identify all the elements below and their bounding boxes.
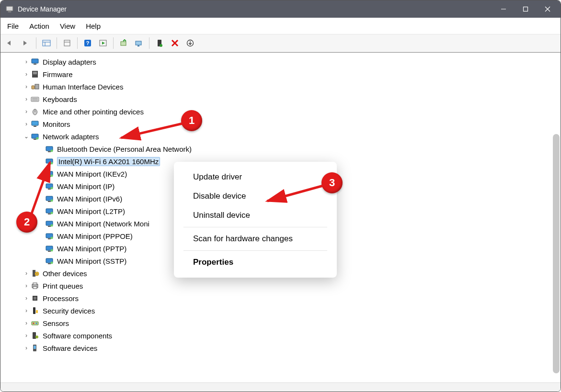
- chevron-down-icon[interactable]: ⌄: [23, 133, 30, 140]
- tree-category[interactable]: ›Human Interface Devices: [5, 80, 556, 93]
- chevron-right-icon[interactable]: ›: [23, 307, 30, 314]
- content-area: ›Display adapters›Firmware›Human Interfa…: [0, 52, 561, 382]
- svg-rect-0: [6, 6, 13, 11]
- tree-category[interactable]: ›Processors: [5, 292, 556, 304]
- chevron-right-icon[interactable]: ›: [23, 295, 30, 302]
- tree-category[interactable]: ›Keyboards: [5, 93, 556, 105]
- svg-rect-51: [48, 201, 51, 202]
- svg-point-19: [160, 44, 162, 47]
- chevron-right-icon[interactable]: ›: [23, 121, 30, 127]
- tree-category-label: Print queues: [43, 282, 83, 290]
- chevron-right-icon[interactable]: ›: [23, 320, 30, 326]
- context-menu-item[interactable]: Uninstall device: [174, 206, 337, 225]
- menu-file[interactable]: File: [7, 22, 19, 30]
- context-menu-item[interactable]: Scan for hardware changes: [174, 229, 337, 248]
- nav-back-button[interactable]: [3, 36, 18, 50]
- chevron-right-icon[interactable]: ›: [23, 332, 30, 339]
- svg-rect-72: [33, 283, 37, 285]
- svg-text:?: ?: [86, 40, 90, 46]
- svg-rect-27: [35, 84, 39, 89]
- chevron-right-icon[interactable]: ›: [23, 108, 30, 115]
- chevron-right-icon[interactable]: ›: [23, 96, 30, 102]
- display-icon: [30, 57, 40, 67]
- tree-category-label: Human Interface Devices: [43, 83, 123, 91]
- context-menu-item[interactable]: Properties: [174, 253, 337, 272]
- menu-help[interactable]: Help: [86, 22, 101, 30]
- tree-item-label: WAN Miniport (IPv6): [57, 195, 122, 203]
- context-menu-separator: [183, 227, 327, 227]
- svg-rect-17: [137, 45, 139, 46]
- uninstall-device-button[interactable]: [168, 36, 182, 50]
- tree-item-label: Intel(R) Wi-Fi 6 AX201 160MHz: [57, 157, 160, 166]
- svg-rect-25: [33, 73, 37, 74]
- tree-category[interactable]: ⌄Network adapters: [5, 130, 556, 143]
- chevron-right-icon[interactable]: ›: [23, 58, 30, 65]
- context-menu-item[interactable]: Update driver: [174, 168, 337, 187]
- svg-point-55: [51, 212, 53, 214]
- tree-category[interactable]: ›Print queues: [5, 280, 556, 292]
- menu-action[interactable]: Action: [29, 22, 49, 30]
- network-icon: [30, 132, 40, 141]
- horizontal-scrollbar[interactable]: [0, 382, 561, 392]
- network-adapter-icon: [45, 144, 54, 154]
- action-button[interactable]: [96, 36, 110, 50]
- titlebar: Device Manager: [0, 0, 561, 18]
- enable-device-button[interactable]: [152, 36, 167, 50]
- svg-point-43: [51, 162, 53, 165]
- menu-view[interactable]: View: [60, 22, 75, 30]
- tree-category[interactable]: ›Mice and other pointing devices: [5, 105, 556, 118]
- tree-category[interactable]: ›Security devices: [5, 304, 556, 317]
- properties-button[interactable]: [60, 36, 74, 50]
- more-button[interactable]: [183, 36, 197, 50]
- close-button[interactable]: [537, 1, 559, 17]
- minimize-button[interactable]: [492, 1, 515, 17]
- tree-category-label: Network adapters: [43, 133, 99, 141]
- tree-category[interactable]: ›Software devices: [5, 342, 556, 354]
- help-button[interactable]: ?: [80, 36, 95, 50]
- chevron-right-icon[interactable]: ›: [23, 345, 30, 351]
- annotation-badge-2: 2: [16, 212, 37, 233]
- nav-forward-button[interactable]: [19, 36, 33, 50]
- network-adapter-icon: [45, 157, 54, 166]
- monitor-icon: [30, 119, 40, 129]
- svg-point-64: [51, 249, 53, 252]
- vertical-scrollbar[interactable]: [553, 134, 560, 373]
- chevron-right-icon[interactable]: ›: [23, 270, 30, 277]
- tree-category[interactable]: ›Sensors: [5, 317, 556, 329]
- svg-point-67: [51, 262, 53, 264]
- printer-icon: [30, 281, 40, 291]
- scan-hardware-button[interactable]: [132, 36, 146, 50]
- svg-rect-81: [33, 332, 36, 339]
- tree-category-label: Monitors: [43, 120, 70, 128]
- tree-category[interactable]: ›Display adapters: [5, 56, 556, 68]
- chevron-right-icon[interactable]: ›: [23, 71, 30, 78]
- swcomp-icon: [30, 331, 40, 340]
- tree-category-label: Processors: [43, 294, 79, 302]
- tree-category-label: Security devices: [43, 307, 95, 315]
- svg-rect-78: [32, 322, 38, 325]
- tree-category[interactable]: ›Firmware: [5, 68, 556, 80]
- tree-category-label: Mice and other pointing devices: [43, 108, 144, 116]
- svg-point-49: [51, 187, 53, 190]
- svg-rect-48: [48, 189, 51, 190]
- update-driver-button[interactable]: [116, 36, 131, 50]
- chevron-right-icon[interactable]: ›: [23, 282, 30, 289]
- svg-marker-14: [102, 42, 105, 45]
- svg-point-58: [51, 224, 53, 227]
- menubar: File Action View Help: [0, 18, 561, 34]
- show-hide-tree-button[interactable]: [39, 36, 54, 50]
- mouse-icon: [30, 107, 40, 116]
- context-menu-separator: [183, 250, 327, 251]
- tree-category[interactable]: ›Software components: [5, 329, 556, 342]
- svg-rect-34: [34, 126, 36, 127]
- tree-category-label: Software components: [43, 332, 112, 340]
- chevron-right-icon[interactable]: ›: [23, 83, 30, 90]
- svg-rect-57: [48, 226, 51, 227]
- svg-rect-24: [33, 72, 37, 73]
- tree-item[interactable]: ›Bluetooth Device (Personal Area Network…: [5, 143, 556, 155]
- tree-category[interactable]: ›Monitors: [5, 118, 556, 130]
- context-menu-item[interactable]: Disable device: [174, 187, 337, 206]
- svg-rect-28: [31, 97, 39, 101]
- maximize-button[interactable]: [515, 1, 537, 17]
- cpu-icon: [30, 293, 40, 303]
